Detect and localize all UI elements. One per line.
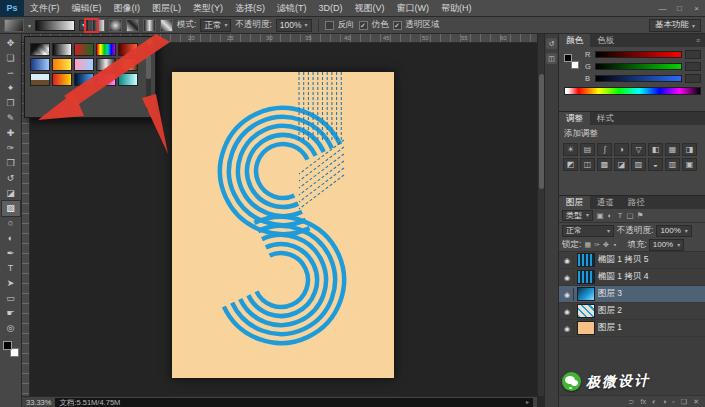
- hand-tool[interactable]: ☛: [2, 306, 20, 321]
- healing-brush-tool[interactable]: ✚: [2, 126, 20, 141]
- channel-slider[interactable]: [595, 75, 682, 82]
- gradient-preset-swatch[interactable]: [74, 43, 94, 56]
- menu-item[interactable]: 文件(F): [24, 0, 66, 17]
- opacity-field[interactable]: 100% ▾: [276, 19, 312, 32]
- status-arrow-icon[interactable]: ▸: [526, 398, 529, 407]
- properties-panel-icon[interactable]: ◫: [546, 53, 557, 64]
- channel-slider[interactable]: [595, 63, 682, 70]
- channel-value-field[interactable]: [685, 50, 701, 59]
- tool-preset-icon[interactable]: [4, 19, 24, 32]
- eraser-tool[interactable]: ◪: [2, 186, 20, 201]
- delete-layer-icon[interactable]: ✕: [693, 398, 699, 406]
- filter-shape-icon[interactable]: ▢: [625, 211, 635, 220]
- gradient-sample[interactable]: [35, 20, 75, 31]
- blur-tool[interactable]: ○: [2, 216, 20, 231]
- gear-icon[interactable]: ✱: [146, 39, 153, 47]
- adjustment-icon[interactable]: ▩: [597, 158, 612, 171]
- menu-item[interactable]: 选择(S): [229, 0, 271, 17]
- adjustment-icon[interactable]: ▥: [665, 158, 680, 171]
- type-tool[interactable]: T: [2, 261, 20, 276]
- visibility-eye-icon[interactable]: ◉: [561, 288, 574, 301]
- layer-row-selected[interactable]: ◉ 图层 3: [559, 286, 705, 303]
- gradient-preset-swatch[interactable]: [52, 58, 72, 71]
- minimize-button[interactable]: —: [654, 0, 671, 17]
- reflected-gradient-button[interactable]: [143, 19, 156, 32]
- menu-item[interactable]: 3D(D): [313, 0, 349, 17]
- brush-tool[interactable]: ✑: [2, 141, 20, 156]
- menu-item[interactable]: 帮助(H): [435, 0, 478, 17]
- panel-color-swatches[interactable]: [564, 54, 579, 69]
- document-canvas[interactable]: [172, 72, 394, 378]
- shape-tool[interactable]: ▭: [2, 291, 20, 306]
- lock-pixels-icon[interactable]: ✑: [592, 241, 601, 249]
- lasso-tool[interactable]: ∽: [2, 66, 20, 81]
- gradient-preset-swatch[interactable]: [96, 73, 116, 86]
- filter-adjustment-icon[interactable]: ◐: [605, 211, 615, 220]
- gradient-preset-swatch[interactable]: [118, 43, 138, 56]
- lock-transparent-icon[interactable]: ▦: [583, 241, 592, 249]
- layer-thumbnail[interactable]: [577, 304, 595, 318]
- close-button[interactable]: ×: [688, 0, 705, 17]
- layer-opacity-field[interactable]: 100% ▾: [656, 225, 691, 237]
- foreground-color-swatch[interactable]: [3, 341, 12, 350]
- eyedropper-tool[interactable]: ✎: [2, 111, 20, 126]
- layer-thumbnail[interactable]: [577, 321, 595, 335]
- channel-slider[interactable]: [595, 51, 682, 58]
- adjustment-icon[interactable]: ◫: [580, 158, 595, 171]
- gradient-tool[interactable]: ▧: [2, 201, 20, 216]
- gradient-preset-swatch[interactable]: [30, 43, 50, 56]
- quick-selection-tool[interactable]: ✦: [2, 81, 20, 96]
- layer-thumbnail[interactable]: [577, 253, 595, 267]
- panel-tab[interactable]: 图层: [559, 196, 590, 209]
- panel-tab[interactable]: 通道: [590, 196, 621, 209]
- angle-gradient-button[interactable]: [126, 19, 139, 32]
- panel-menu-icon[interactable]: ≡: [696, 34, 703, 47]
- adjustment-icon[interactable]: ☀: [563, 143, 578, 156]
- gradient-preset-swatch[interactable]: [96, 43, 116, 56]
- visibility-eye-icon[interactable]: ◉: [561, 254, 574, 267]
- fill-field[interactable]: 100% ▾: [649, 239, 684, 251]
- layer-style-icon[interactable]: fx: [640, 398, 645, 405]
- menu-item[interactable]: 图像(I): [108, 0, 147, 17]
- layer-row[interactable]: ◉ 图层 2: [559, 303, 705, 320]
- pen-tool[interactable]: ✒: [2, 246, 20, 261]
- tool-preset-caret-icon[interactable]: ▾: [28, 22, 31, 29]
- menu-item[interactable]: 类型(Y): [187, 0, 229, 17]
- move-tool[interactable]: ✥: [2, 36, 20, 51]
- gradient-preset-swatch[interactable]: [52, 43, 72, 56]
- path-selection-tool[interactable]: ➤: [2, 276, 20, 291]
- adjustment-icon[interactable]: ▽: [631, 143, 646, 156]
- adjustment-icon[interactable]: ◑: [614, 143, 629, 156]
- layer-row[interactable]: ◉ 椭圆 1 拷贝 5: [559, 252, 705, 269]
- adjustment-icon[interactable]: ◪: [614, 158, 629, 171]
- panel-tab[interactable]: 样式: [590, 112, 621, 125]
- transparency-checkbox[interactable]: ✓: [393, 21, 402, 30]
- lock-all-icon[interactable]: ▪: [610, 241, 619, 249]
- visibility-eye-icon[interactable]: ◉: [561, 322, 574, 335]
- new-group-icon[interactable]: ▫: [672, 398, 674, 405]
- new-layer-icon[interactable]: ❏: [681, 398, 687, 406]
- gradient-preset-swatch[interactable]: [118, 58, 138, 71]
- menu-item[interactable]: 窗口(W): [391, 0, 436, 17]
- gradient-preset-swatch[interactable]: [74, 73, 94, 86]
- foreground-color-swatch[interactable]: [564, 54, 572, 62]
- gradient-preset-swatch[interactable]: [96, 58, 116, 71]
- visibility-eye-icon[interactable]: ◉: [561, 305, 574, 318]
- scrollbar-thumb[interactable]: [146, 55, 151, 79]
- diamond-gradient-button[interactable]: [160, 19, 173, 32]
- zoom-level-field[interactable]: 33.33%: [26, 398, 51, 407]
- adjustment-layer-icon[interactable]: ◑: [662, 398, 666, 405]
- filter-pixel-icon[interactable]: ▣: [595, 211, 605, 220]
- gradient-preset-swatch[interactable]: [30, 73, 50, 86]
- reverse-checkbox[interactable]: [325, 21, 334, 30]
- history-brush-tool[interactable]: ↺: [2, 171, 20, 186]
- filter-type-icon[interactable]: T: [615, 211, 625, 220]
- link-layers-icon[interactable]: ⊃: [629, 398, 635, 406]
- gradient-preset-swatch[interactable]: [30, 58, 50, 71]
- menu-item[interactable]: 滤镜(T): [271, 0, 313, 17]
- zoom-tool[interactable]: ◎: [2, 321, 20, 336]
- dodge-tool[interactable]: ◐: [2, 231, 20, 246]
- menu-item[interactable]: 编辑(E): [66, 0, 108, 17]
- adjustment-icon[interactable]: ◒: [648, 158, 663, 171]
- layer-thumbnail[interactable]: [577, 287, 595, 301]
